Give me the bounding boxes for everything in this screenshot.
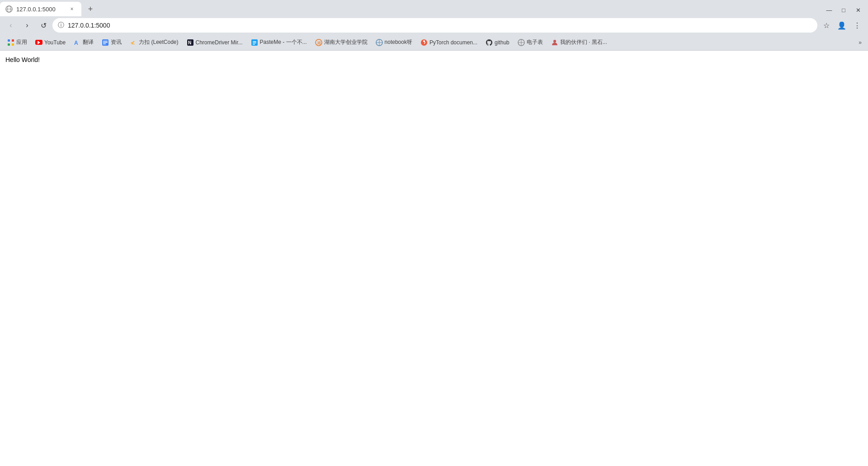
bookmark-hunanu[interactable]: 湘 湖南大学创业学院 <box>311 37 371 48</box>
svg-text:湘: 湘 <box>317 41 321 45</box>
bookmark-github-label: github <box>495 39 509 46</box>
bookmark-notebook[interactable]: notebook呀 <box>372 37 416 48</box>
bookmark-chromedriver-label: ChromeDriver Mir... <box>196 39 243 46</box>
bookmark-news-label: 资讯 <box>111 38 122 46</box>
bookmark-spreadsheet[interactable]: 电子表 <box>514 37 547 48</box>
menu-button[interactable]: ⋮ <box>850 18 864 33</box>
window-controls: — □ ✕ <box>98 4 868 16</box>
partner-icon <box>551 39 558 46</box>
bookmark-github[interactable]: github <box>482 37 513 48</box>
spreadsheet-icon <box>518 39 525 46</box>
page-content: Hello World! <box>0 51 868 69</box>
bookmark-news[interactable]: 资讯 <box>98 37 125 48</box>
leetcode-icon: ≮ <box>130 39 137 46</box>
svg-text:A: A <box>74 40 78 46</box>
bookmark-translate[interactable]: A 翻译 <box>70 37 97 48</box>
maximize-button[interactable]: □ <box>837 4 850 16</box>
forward-button[interactable]: › <box>20 18 34 33</box>
notebook-icon <box>376 39 383 46</box>
hello-world-text: Hello World! <box>5 56 40 63</box>
address-bar[interactable]: ⓘ 127.0.0.1:5000 <box>52 18 817 33</box>
bookmark-spreadsheet-label: 电子表 <box>527 38 543 46</box>
bookmark-partner[interactable]: 我的伙伴们 · 黑石... <box>547 37 611 48</box>
close-window-button[interactable]: ✕ <box>852 4 864 16</box>
tab-close-button[interactable]: × <box>68 5 76 13</box>
lock-icon: ⓘ <box>58 21 64 29</box>
svg-rect-3 <box>8 39 10 42</box>
minimize-button[interactable]: — <box>823 4 835 16</box>
youtube-icon <box>35 39 42 46</box>
tab-favicon <box>5 5 13 13</box>
svg-text:≮: ≮ <box>130 39 135 46</box>
svg-text:N: N <box>188 40 191 45</box>
svg-rect-17 <box>253 43 256 43</box>
translate-icon: A <box>74 39 81 46</box>
hunanu-icon: 湘 <box>315 39 322 46</box>
bookmark-leetcode[interactable]: ≮ 力扣 (LeetCode) <box>126 37 182 48</box>
chromedriver-icon: N <box>187 39 194 46</box>
pasteme-icon <box>251 39 258 46</box>
svg-rect-5 <box>12 39 14 42</box>
bookmark-translate-label: 翻译 <box>83 38 94 46</box>
bookmark-youtube[interactable]: YouTube <box>32 37 69 48</box>
svg-rect-18 <box>253 44 255 45</box>
bookmark-youtube-label: YouTube <box>44 39 66 46</box>
back-button[interactable]: ‹ <box>4 18 18 33</box>
active-tab[interactable]: 127.0.0.1:5000 × <box>0 2 81 16</box>
svg-rect-16 <box>253 41 256 42</box>
bookmark-apps[interactable]: 应用 <box>4 37 31 48</box>
browser-chrome: 127.0.0.1:5000 × + — □ ✕ ‹ › ↺ ⓘ 127.0.0… <box>0 0 868 51</box>
bookmark-pasteme[interactable]: PasteMe - 一个不... <box>247 37 311 48</box>
bookmarks-overflow-button[interactable]: » <box>856 38 864 48</box>
account-button[interactable]: 👤 <box>835 18 849 33</box>
tab-title: 127.0.0.1:5000 <box>16 6 64 13</box>
pytorch-icon <box>420 39 428 46</box>
bookmark-notebook-label: notebook呀 <box>385 38 412 46</box>
bookmark-pytorch[interactable]: PyTorch documen... <box>417 37 481 48</box>
bookmark-chromedriver[interactable]: N ChromeDriver Mir... <box>183 37 246 48</box>
url-text: 127.0.0.1:5000 <box>68 22 812 29</box>
nav-bar: ‹ › ↺ ⓘ 127.0.0.1:5000 ☆ 👤 ⋮ <box>0 16 868 34</box>
news-icon <box>102 39 109 46</box>
github-icon <box>486 39 493 46</box>
bookmark-hunanu-label: 湖南大学创业学院 <box>324 38 368 46</box>
nav-right-icons: ☆ 👤 ⋮ <box>819 18 864 33</box>
bookmark-partner-label: 我的伙伴们 · 黑石... <box>560 38 607 46</box>
new-tab-button[interactable]: + <box>83 2 98 16</box>
svg-point-29 <box>553 40 556 43</box>
tab-bar: 127.0.0.1:5000 × + — □ ✕ <box>0 0 868 16</box>
reload-button[interactable]: ↺ <box>36 18 51 33</box>
bookmark-leetcode-label: 力扣 (LeetCode) <box>139 38 178 46</box>
svg-rect-6 <box>12 43 14 46</box>
bookmark-apps-label: 应用 <box>16 38 27 46</box>
bookmark-pytorch-label: PyTorch documen... <box>429 39 477 46</box>
bookmark-pasteme-label: PasteMe - 一个不... <box>260 38 307 46</box>
apps-icon <box>7 39 14 46</box>
bookmark-star-button[interactable]: ☆ <box>819 18 834 33</box>
bookmarks-bar: 应用 YouTube A 翻译 资讯 ≮ 力 <box>0 34 868 51</box>
svg-rect-4 <box>8 43 10 46</box>
